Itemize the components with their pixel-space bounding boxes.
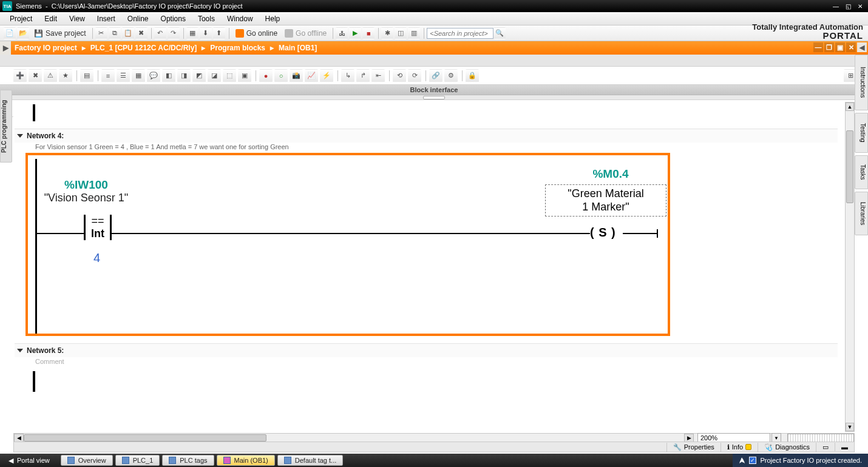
editor-minimize-button[interactable]: — [813, 42, 823, 52]
open-project-button[interactable]: 📂 [17, 27, 29, 39]
align2-button[interactable]: ☰ [117, 69, 130, 82]
menu-online[interactable]: Online [121, 13, 155, 24]
expand-project-tree-button[interactable]: ▶ [0, 41, 11, 55]
paste-button[interactable]: 📋 [122, 27, 134, 39]
maximize-button[interactable]: ◱ [843, 2, 853, 10]
inst4-button[interactable]: ◪ [208, 69, 221, 82]
align3-button[interactable]: ▦ [132, 69, 145, 82]
force-button[interactable]: ⚡ [320, 69, 333, 82]
menu-help[interactable]: Help [259, 13, 287, 24]
task-tab-overview[interactable]: Overview [61, 455, 113, 466]
coil-tagname[interactable]: "Green Material 1 Marker" [545, 184, 666, 217]
menu-options[interactable]: Options [155, 13, 192, 24]
compare-value[interactable]: 4 [93, 251, 100, 265]
compare-address[interactable]: %IW100 [38, 178, 135, 192]
inst1-button[interactable]: ◧ [162, 69, 175, 82]
close-button[interactable]: ✕ [855, 2, 866, 10]
editor-close-button[interactable]: ✕ [846, 42, 856, 52]
copy-button[interactable]: ⧉ [109, 27, 121, 39]
split-editor-button[interactable]: ◫ [395, 27, 407, 39]
goto-error-button[interactable]: ⚠ [44, 69, 57, 82]
editor-restore-button[interactable]: ❐ [824, 42, 834, 52]
ladder-editor[interactable]: Network 4: For Vision sensor 1 Green = 4… [13, 102, 855, 433]
network-5-header[interactable]: Network 5: [15, 343, 838, 357]
go-offline-button[interactable]: Go offline [281, 29, 330, 38]
menu-view[interactable]: View [63, 13, 91, 24]
save-project-button[interactable]: 💾 Save project [30, 29, 90, 38]
editor-maximize-button[interactable]: ▣ [835, 42, 845, 52]
settings-button[interactable]: ⚙ [444, 69, 458, 82]
menu-insert[interactable]: Insert [91, 13, 121, 24]
monitor-on-button[interactable]: ● [259, 69, 273, 82]
expand-task-cards-button[interactable]: ◀ [857, 42, 867, 52]
nav3-button[interactable]: ⟳ [408, 69, 421, 82]
tool1-button[interactable]: ▤ [80, 69, 93, 82]
delete-button[interactable]: ✖ [135, 27, 147, 39]
upload-button[interactable]: ⬆ [213, 27, 225, 39]
inspector-collapse-button[interactable]: ▭ [816, 443, 835, 452]
crumb-plc[interactable]: PLC_1 [CPU 1212C AC/DC/Rly] [87, 44, 201, 52]
network-4-comment[interactable]: For Vision sensor 1 Green = 4 , Blue = 1… [35, 143, 289, 150]
inst6-button[interactable]: ▣ [238, 69, 251, 82]
set-coil[interactable]: ( S ) [590, 226, 616, 240]
right-tab-testing[interactable]: Testing [855, 113, 868, 153]
right-tab-tasks[interactable]: Tasks [855, 155, 868, 189]
properties-tab[interactable]: 🔧 Properties [666, 443, 721, 452]
coil-address[interactable]: %M0.4 [562, 167, 659, 181]
scroll-right-button[interactable]: ▶ [684, 434, 694, 442]
goto-def-button[interactable]: ↳ [341, 69, 354, 82]
go-online-button[interactable]: Go online [232, 29, 281, 38]
minimap[interactable] [787, 434, 854, 442]
compare-tagname[interactable]: "Vision Seonsr 1" [38, 192, 135, 204]
crumb-program-blocks[interactable]: Program blocks [206, 44, 269, 52]
inst2-button[interactable]: ◨ [177, 69, 191, 82]
right-tab-instructions[interactable]: Instructions [855, 55, 868, 110]
layout-button[interactable]: ▥ [408, 27, 420, 39]
inst5-button[interactable]: ⬚ [223, 69, 236, 82]
status-expand-icon[interactable]: ⮝ [739, 457, 745, 464]
task-tab-plc-tags[interactable]: PLC tags [162, 455, 214, 466]
task-tab-default-tag[interactable]: Default tag t... [277, 455, 343, 466]
accessible-devices-button[interactable]: 🖧 [336, 27, 348, 39]
cross-ref-button[interactable]: ✱ [381, 27, 393, 39]
hscroll-thumb[interactable] [24, 434, 266, 442]
vertical-scrollbar[interactable]: ▲ ▼ [845, 102, 855, 432]
snapshot-button[interactable]: 📸 [290, 69, 303, 82]
collapse-icon-5[interactable] [17, 349, 23, 352]
interface-splitter[interactable] [0, 95, 868, 100]
menu-edit[interactable]: Edit [38, 13, 63, 24]
scroll-down-button[interactable]: ▼ [846, 423, 854, 431]
stop-cpu-button[interactable]: ■ [362, 27, 375, 39]
crumb-main-ob1[interactable]: Main [OB1] [275, 44, 320, 52]
info-tab[interactable]: ℹ Info [721, 443, 758, 452]
collapse-icon[interactable] [17, 134, 23, 138]
minimize-button[interactable]: — [830, 2, 841, 10]
nav1-button[interactable]: ⇤ [371, 69, 385, 82]
compare-instruction[interactable]: == Int [84, 215, 112, 240]
compile-button[interactable]: ▦ [186, 27, 198, 39]
menu-tools[interactable]: Tools [192, 13, 221, 24]
network-4-header[interactable]: Network 4: [15, 129, 838, 143]
insert-network-button[interactable]: ➕ [13, 69, 27, 82]
block-interface-header[interactable]: Block interface [0, 85, 868, 95]
task-tab-main-ob1[interactable]: Main (OB1) [217, 455, 275, 466]
hscroll-track[interactable] [24, 434, 684, 442]
right-tab-libraries[interactable]: Libraries [855, 192, 868, 235]
menu-window[interactable]: Window [221, 13, 259, 24]
task-tab-plc1[interactable]: PLC_1 [115, 455, 160, 466]
lock-button[interactable]: 🔒 [466, 69, 479, 82]
inspector-expand-button[interactable]: ▬ [835, 443, 854, 451]
scroll-left-button[interactable]: ◀ [14, 434, 24, 442]
new-project-button[interactable]: 📄 [4, 27, 16, 39]
portal-view-button[interactable]: ◀ Portal view [0, 457, 58, 465]
menu-project[interactable]: Project [4, 13, 38, 24]
diagnostics-tab[interactable]: 🩺 Diagnostics [758, 443, 816, 452]
network-5-comment[interactable]: Comment [35, 358, 64, 365]
undo-button[interactable]: ↶ [154, 27, 166, 39]
nav2-button[interactable]: ⟲ [393, 69, 406, 82]
scroll-up-button[interactable]: ▲ [846, 102, 854, 111]
download-button[interactable]: ⬇ [200, 27, 212, 39]
plc-programming-side-tab[interactable]: PLC programming [0, 90, 12, 163]
search-input[interactable] [427, 28, 493, 39]
cut-button[interactable]: ✂ [95, 27, 107, 39]
